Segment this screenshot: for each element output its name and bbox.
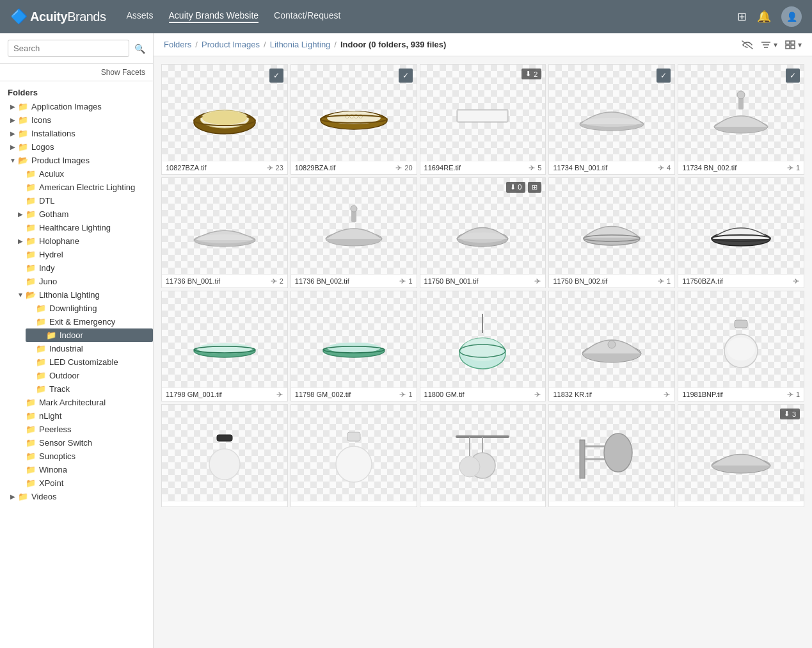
nav-right: ⊞ 🔔 👤: [737, 6, 802, 27]
nav-links: Assets Acuity Brands Website Contact/Req…: [127, 10, 738, 23]
sidebar-item-logos[interactable]: ▶ 📁 Logos: [5, 140, 153, 154]
check-badge: ✓: [269, 69, 283, 83]
link-icon: [534, 278, 541, 284]
card-image-area: [678, 178, 804, 274]
sidebar-item-juno[interactable]: 📁 Juno: [15, 275, 153, 288]
logo[interactable]: 🔷 AcuityBrands: [10, 8, 106, 25]
folder-icon: 📁: [26, 250, 36, 259]
sidebar-item-indy[interactable]: 📁 Indy: [15, 261, 153, 275]
sidebar-item-peerless[interactable]: 📁 Peerless: [15, 423, 153, 436]
image-card[interactable]: [291, 404, 417, 507]
image-card[interactable]: ⬇ 3: [678, 404, 804, 507]
image-card[interactable]: 11694RE.tif 5 ⬇ 2: [420, 64, 546, 175]
folder-icon: 📁: [36, 344, 46, 353]
sidebar-item-winona[interactable]: 📁 Winona: [15, 463, 153, 476]
image-card[interactable]: 11750 BN_001.tif ⬇ 0 ⊞: [420, 177, 546, 288]
sidebar-item-xpoint[interactable]: 📁 XPoint: [15, 476, 153, 490]
image-card[interactable]: 11832 KR.tif: [548, 291, 675, 401]
sidebar-item-holophane[interactable]: ▶ 📁 Holophane: [15, 234, 153, 248]
sidebar-item-icons[interactable]: ▶ 📁 Icons: [5, 113, 153, 127]
search-icon[interactable]: 🔍: [134, 44, 145, 54]
action-overlay: ⬇ 0 ⊞: [506, 182, 541, 193]
sidebar-item-dtl[interactable]: 📁 DTL: [15, 194, 153, 207]
sidebar-item-label: Logos: [31, 142, 54, 152]
grid-icon[interactable]: ⊞: [737, 10, 747, 24]
grid-action-button[interactable]: ⊞: [528, 182, 541, 193]
sidebar-item-aculux[interactable]: 📁 Aculux: [15, 167, 153, 181]
sidebar-item-industrial[interactable]: 📁 Industrial: [26, 342, 153, 355]
nav-contact[interactable]: Contact/Request: [274, 10, 340, 23]
card-footer: 11750 BN_001.tif: [420, 274, 546, 288]
image-card[interactable]: [161, 404, 288, 507]
light-fixture-svg: [186, 421, 263, 485]
sidebar-item-label: DTL: [39, 196, 55, 206]
svg-point-19: [583, 118, 641, 127]
sidebar-item-nlight[interactable]: 📁 nLight: [15, 409, 153, 423]
breadcrumb-folders[interactable]: Folders: [164, 40, 191, 49]
image-card[interactable]: 11750 BN_002.tif 1: [548, 177, 675, 288]
sidebar-item-outdoor[interactable]: 📁 Outdoor: [26, 369, 153, 382]
sidebar-item-exit-emergency[interactable]: 📁 Exit & Emergency: [26, 315, 153, 328]
card-footer: 10827BZA.tif 23: [162, 161, 287, 174]
sidebar-item-lithonia[interactable]: ▼ 📂 Lithonia Lighting: [15, 288, 153, 302]
card-footer: 11832 KR.tif: [549, 387, 674, 401]
image-card[interactable]: 11798 GM_001.tif: [161, 291, 288, 401]
image-card[interactable]: [420, 404, 546, 507]
user-avatar[interactable]: 👤: [781, 6, 802, 27]
sidebar-item-sensor-switch[interactable]: 📁 Sensor Switch: [15, 436, 153, 450]
folder-icon: 📁: [26, 196, 36, 206]
sidebar-item-indoor[interactable]: 📁 Indoor: [26, 328, 153, 342]
sidebar-item-application-images[interactable]: ▶ 📁 Application Images: [5, 100, 153, 113]
bell-icon[interactable]: 🔔: [757, 10, 771, 24]
image-card[interactable]: 11736 BN_001.tif 2: [161, 177, 288, 288]
sidebar-item-installations[interactable]: ▶ 📁 Installations: [5, 127, 153, 140]
sidebar-item-videos[interactable]: ▶ 📁 Videos: [5, 490, 153, 503]
light-fixture-svg: [573, 81, 650, 145]
sidebar-item-hydrel[interactable]: 📁 Hydrel: [15, 248, 153, 261]
card-filename: 11832 KR.tif: [553, 391, 592, 398]
sidebar-item-american-electric[interactable]: 📁 American Electric Lighting: [15, 181, 153, 194]
show-facets-button[interactable]: Show Facets: [0, 64, 153, 81]
sidebar-item-label: Videos: [31, 492, 57, 501]
sidebar-item-track[interactable]: 📁 Track: [26, 382, 153, 396]
sidebar-item-product-images[interactable]: ▼ 📂 Product Images: [5, 154, 153, 167]
sidebar-item-label: Installations: [31, 129, 76, 138]
breadcrumb-lithonia[interactable]: Lithonia Lighting: [270, 40, 331, 49]
image-card[interactable]: 11736 BN_002.tif 1: [291, 177, 417, 288]
toggle-icon: ▼: [15, 291, 26, 298]
light-fixture-svg: [703, 421, 779, 485]
eye-slash-button[interactable]: [742, 40, 753, 49]
svg-point-38: [327, 343, 381, 353]
search-input[interactable]: [8, 40, 129, 57]
nav-assets[interactable]: Assets: [127, 10, 154, 23]
image-card[interactable]: 11800 GM.tif: [420, 291, 546, 401]
image-card[interactable]: 11750BZA.tif: [678, 177, 804, 288]
card-filename: 11800 GM.tif: [424, 391, 465, 398]
eye-slash-icon: [742, 40, 753, 49]
sidebar-item-mark-architectural[interactable]: 📁 Mark Architectural: [15, 396, 153, 409]
sidebar-item-led-customizable[interactable]: 📁 LED Customizable: [26, 355, 153, 369]
sidebar-item-downlighting[interactable]: 📁 Downlighting: [26, 302, 153, 315]
sort-button[interactable]: ▾: [761, 40, 777, 49]
image-card[interactable]: 11734 BN_002.tif 1 ✓: [678, 64, 804, 175]
view-toggle-button[interactable]: ▾: [785, 40, 802, 49]
sidebar-item-gotham[interactable]: ▶ 📁 Gotham: [15, 207, 153, 221]
nav-website[interactable]: Acuity Brands Website: [169, 10, 259, 23]
download-action-button[interactable]: ⬇ 0: [506, 182, 525, 193]
breadcrumb-product-images[interactable]: Product Images: [202, 40, 260, 49]
svg-rect-17: [458, 111, 507, 121]
sidebar-item-sunoptics[interactable]: 📁 Sunoptics: [15, 450, 153, 463]
image-card[interactable]: 11798 GM_002.tif 1: [291, 291, 417, 401]
card-image-area: [162, 291, 287, 387]
sidebar-item-healthcare[interactable]: 📁 Healthcare Lighting: [15, 221, 153, 234]
image-card[interactable]: 11981BNP.tif 1: [678, 291, 804, 401]
image-card[interactable]: ◎◎◎◎◎ 10827BZA.tif 23 ✓: [161, 64, 288, 175]
image-card[interactable]: 〇〇〇〇 10829BZA.tif 20 ✓: [291, 64, 417, 175]
card-filename: 11798 GM_002.tif: [295, 391, 351, 398]
sidebar-item-label: Indoor: [60, 330, 83, 340]
card-image-area: [549, 178, 674, 274]
image-card[interactable]: 11734 BN_001.tif 4 ✓: [548, 64, 675, 175]
image-card[interactable]: [548, 404, 675, 507]
sidebar-item-label: Gotham: [39, 209, 68, 219]
folder-icon: 📁: [26, 182, 36, 192]
